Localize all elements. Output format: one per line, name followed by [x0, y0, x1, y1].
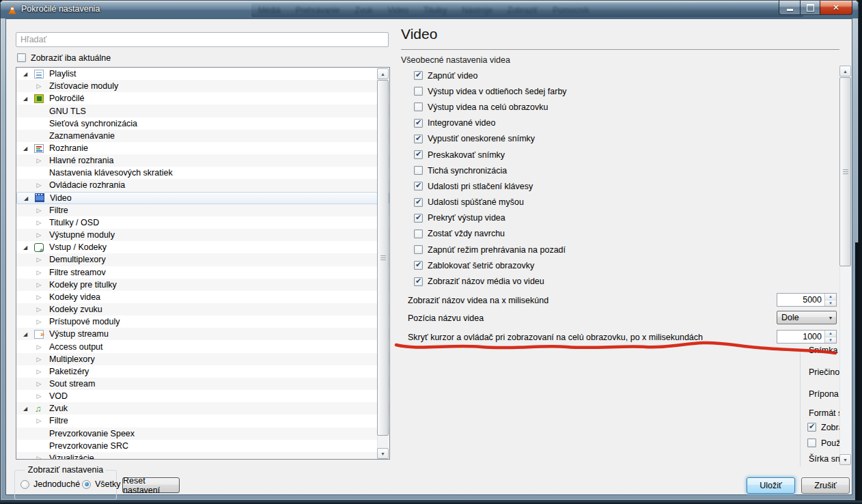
tree-item-v-stupn-moduly[interactable]: Výstupné moduly	[16, 229, 389, 241]
expand-icon[interactable]	[35, 318, 43, 326]
spin-arrows[interactable]: ▲▼	[824, 331, 836, 343]
radio-circle[interactable]	[20, 480, 29, 489]
checkbox-zobrazi-n-zov-m-dia-vo-videu[interactable]: Zobraziť názov média vo videu	[414, 273, 567, 289]
checked-checkbox-box[interactable]	[414, 182, 423, 191]
checkbox-integrovan-video[interactable]: Integrované video	[414, 115, 567, 131]
collapse-icon[interactable]	[21, 243, 29, 251]
spin-down-icon[interactable]: ▼	[825, 337, 836, 344]
minimize-button[interactable]	[779, 1, 801, 15]
chevron-down-icon[interactable]: ▼	[825, 316, 836, 320]
tree-item-zvuk[interactable]: Zvuk	[16, 402, 389, 415]
tree-item-filtre[interactable]: Filtre	[16, 204, 389, 216]
checked-checkbox-box[interactable]	[807, 423, 816, 432]
panel-scrollbar[interactable]: ▲ ▼	[839, 66, 851, 465]
tree-item-prevzorkovanie-src[interactable]: Prevzorkovanie SRC	[16, 440, 389, 452]
spin-down-icon[interactable]: ▼	[825, 300, 836, 307]
checkbox-udalosti-pri-stla-en-kl-vesy[interactable]: Udalosti pri stlačení klávesy	[414, 178, 567, 194]
checkbox-pou-i-sekven-n-slovanie-namiesto-asov-ho-daja[interactable]: Použiť sekvenčné číslovanie namiesto čas…	[807, 435, 841, 451]
collapse-icon[interactable]	[22, 194, 30, 202]
title-position-combobox[interactable]: Dole ▼	[777, 311, 837, 324]
scroll-down-button[interactable]: ▼	[377, 448, 389, 459]
checked-checkbox-box[interactable]	[414, 119, 423, 128]
checkbox-vypusti-oneskoren-sn-mky[interactable]: Vypustiť oneskorené snímky	[414, 131, 567, 147]
expand-icon[interactable]	[35, 181, 43, 189]
checkbox-v-stup-videa-v-odtie-och-edej-farby[interactable]: Výstup videa v odtieňoch šedej farby	[414, 83, 567, 99]
unchecked-checkbox-box[interactable]	[414, 229, 423, 238]
checkbox-zapn-re-im-prehr-vania-na-pozad[interactable]: Zapnúť režim prehrávania na pozadí	[414, 242, 567, 257]
hide-cursor-timeout-spinbox[interactable]: 1000 ▲▼	[777, 330, 837, 344]
expand-icon[interactable]	[35, 417, 43, 425]
checkbox-zosta-v-dy-navrchu[interactable]: Zostať vždy navrchu	[414, 226, 567, 242]
save-button[interactable]: Uložiť	[747, 477, 795, 494]
tree-item-sie-ov-synchroniz-cia[interactable]: Sieťová synchronizácia	[16, 117, 389, 130]
close-button[interactable]: ✕	[820, 1, 852, 15]
expand-icon[interactable]	[35, 219, 43, 227]
expand-icon[interactable]	[35, 343, 43, 351]
checked-checkbox-box[interactable]	[414, 277, 423, 286]
spin-value[interactable]: 1000	[777, 331, 824, 343]
checked-checkbox-box[interactable]	[414, 71, 423, 80]
expand-icon[interactable]	[35, 82, 43, 90]
scroll-up-button[interactable]: ▲	[377, 68, 389, 79]
expand-icon[interactable]	[35, 355, 43, 363]
tree-item-video[interactable]: Video	[16, 192, 389, 204]
tree-item-hlavn-rozhrania[interactable]: Hlavné rozhrania	[16, 154, 389, 167]
checkbox-zobrazi-n-h-ad-sn-mky-z-videa[interactable]: Zobraziť náhľad snímky z videa	[807, 419, 841, 435]
tree-item-zis-ovacie-moduly[interactable]: Zisťovacie moduly	[16, 80, 389, 92]
expand-icon[interactable]	[35, 380, 43, 388]
tree-item-pokro-il[interactable]: Pokročilé	[16, 92, 389, 104]
tree-item-kodeky-pre-titulky[interactable]: Kodeky pre titulky	[16, 279, 389, 291]
tree-item-paketiz-ry[interactable]: Paketizéry	[16, 365, 389, 378]
panel-scrollbar-thumb[interactable]	[839, 77, 851, 266]
tree-item-kodeky-videa[interactable]: Kodeky videa	[16, 291, 389, 303]
tree-item-kodeky-zvuku[interactable]: Kodeky zvuku	[16, 303, 389, 316]
collapse-icon[interactable]	[21, 144, 29, 152]
unchecked-checkbox-box[interactable]	[414, 245, 423, 254]
reset-settings-button[interactable]: Reset nastavení	[122, 477, 180, 493]
search-input[interactable]	[16, 32, 389, 47]
checkbox-zablokova-etri-obrazovky[interactable]: Zablokovať šetrič obrazovky	[414, 257, 567, 273]
tree-item-sout-stream[interactable]: Sout stream	[16, 378, 389, 390]
spin-up-icon[interactable]: ▲	[825, 294, 836, 300]
unchecked-checkbox-box[interactable]	[414, 102, 423, 111]
tree-item-v-stup-streamu[interactable]: Výstup streamu	[16, 328, 389, 340]
expand-icon[interactable]	[35, 293, 43, 301]
checkbox-preskakova-sn-mky[interactable]: Preskakovať snímky	[414, 147, 567, 163]
tree-item-rozhranie[interactable]: Rozhranie	[16, 142, 389, 154]
cancel-button[interactable]: Zrušiť	[801, 477, 850, 494]
tree-scrollbar[interactable]: ▲ ▼	[377, 68, 389, 459]
checkbox-zapn-video[interactable]: Zapnúť video	[414, 68, 567, 83]
tree-item-nastavenia-kl-vesov-ch-skratiek[interactable]: Nastavenia klávesových skratiek	[16, 167, 389, 179]
checkbox-udalosti-sp-an-my-ou[interactable]: Udalosti spúšťané myšou	[414, 195, 567, 210]
unchecked-checkbox-box[interactable]	[414, 87, 423, 96]
checkbox-v-stup-videa-na-cel-obrazovku[interactable]: Výstup videa na celú obrazovku	[414, 99, 567, 115]
tree-item-prevzorkovanie-speex[interactable]: Prevzorkovanie Speex	[16, 428, 389, 440]
tree-item-gnu-tls[interactable]: GNU TLS	[16, 104, 389, 117]
tree-scrollbar-thumb[interactable]	[377, 80, 389, 436]
checked-checkbox-box[interactable]	[414, 135, 423, 143]
tree-item-pr-stupov-moduly[interactable]: Prístupové moduly	[16, 316, 389, 328]
tree-item-demultiplexory[interactable]: Demultiplexory	[16, 253, 389, 266]
checked-checkbox-box[interactable]	[414, 214, 423, 223]
collapse-icon[interactable]	[21, 404, 29, 412]
unchecked-checkbox-box[interactable]	[807, 438, 816, 447]
expand-icon[interactable]	[35, 231, 43, 239]
radio-circle[interactable]	[82, 480, 91, 489]
expand-icon[interactable]	[35, 268, 43, 277]
tree-item-vstup-kodeky[interactable]: Vstup / Kodeky	[16, 241, 389, 253]
checked-checkbox-box[interactable]	[414, 198, 423, 207]
spin-value[interactable]: 5000	[777, 294, 824, 306]
tree-item-filtre-streamov[interactable]: Filtre streamov	[16, 266, 389, 279]
checkbox-box[interactable]	[17, 53, 26, 62]
spin-arrows[interactable]: ▲▼	[824, 294, 836, 306]
expand-icon[interactable]	[35, 206, 43, 214]
tree-item-vizualiz-cie[interactable]: Vizualizácie	[16, 452, 389, 460]
spin-up-icon[interactable]: ▲	[825, 331, 836, 337]
radio-simple[interactable]: Jednoduché	[20, 479, 80, 489]
expand-icon[interactable]	[35, 156, 43, 165]
tree-item-vod[interactable]: VOD	[16, 390, 389, 402]
expand-icon[interactable]	[35, 454, 43, 460]
tree-item-zaznamen-vanie[interactable]: Zaznamenávanie	[16, 130, 389, 142]
checkbox-tich-synchroniz-cia[interactable]: Tichá synchronizácia	[414, 163, 567, 178]
expand-icon[interactable]	[35, 281, 43, 289]
